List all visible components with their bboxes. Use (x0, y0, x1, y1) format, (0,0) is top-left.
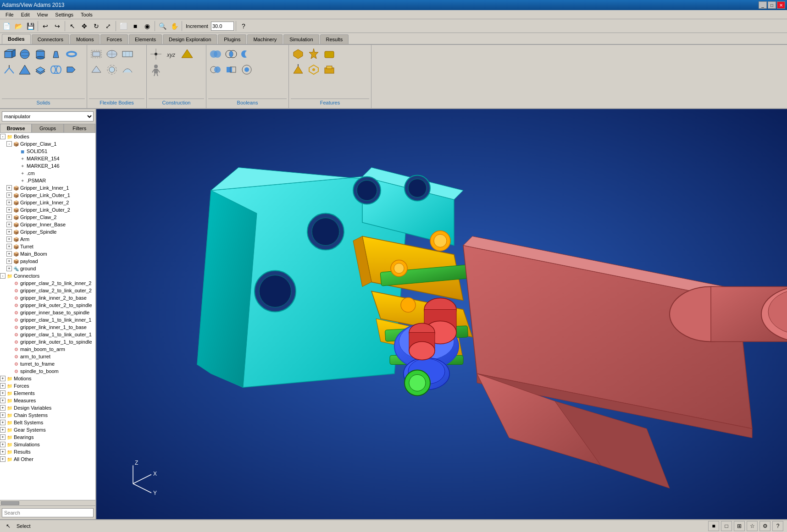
expander-cs[interactable]: + (0, 412, 6, 418)
flex-body-3-icon[interactable] (120, 47, 135, 61)
expander-gripper-claw-1[interactable]: - (6, 141, 12, 147)
tab-results[interactable]: Results (320, 34, 349, 44)
construction-shape-icon[interactable] (180, 47, 194, 61)
shaded-button[interactable]: ■ (130, 21, 141, 32)
expander-measures[interactable]: + (0, 398, 6, 403)
expander-results[interactable]: + (0, 449, 6, 455)
tree-node-conn-13[interactable]: + ⚙ spindle_to_boom (0, 367, 95, 375)
panel-tab-groups[interactable]: Groups (32, 124, 63, 132)
feature-4-icon[interactable] (291, 62, 305, 77)
tree-node-conn-9[interactable]: + ⚙ gripper_link_outer_1_to_spindle (0, 338, 95, 346)
close-button[interactable]: ✕ (777, 1, 785, 9)
tree-node-turret[interactable]: + 📦 Turret (0, 243, 95, 250)
solid-link-icon[interactable] (49, 62, 63, 77)
expander-gli2[interactable]: + (6, 200, 12, 205)
expander-connectors[interactable]: - (0, 273, 6, 279)
undo-button[interactable]: ↩ (40, 21, 51, 32)
tree-node-cm[interactable]: + ✦ .cm (0, 170, 95, 177)
hscroll-bar[interactable] (0, 500, 95, 505)
construction-point-icon[interactable] (149, 47, 163, 61)
save-button[interactable]: 💾 (25, 21, 36, 32)
tree-node-gripper-inner-base[interactable]: + 📦 Gripper_Inner_Base (0, 221, 95, 228)
tree-node-conn-6[interactable]: + ⚙ gripper_claw_1_to_link_inner_1 (0, 316, 95, 324)
tree-node-measures[interactable]: + 📁 Measures (0, 397, 95, 404)
tree-node-conn-2[interactable]: + ⚙ gripper_claw_2_to_link_outer_2 (0, 287, 95, 294)
menu-edit[interactable]: Edit (17, 11, 33, 18)
menu-view[interactable]: View (33, 11, 52, 18)
help-button[interactable]: ? (238, 21, 249, 32)
tree-node-connectors[interactable]: - 📁 Connectors (0, 272, 95, 280)
solid-torus-icon[interactable] (64, 47, 79, 61)
expander-all-other[interactable]: + (0, 456, 6, 462)
expander-arm[interactable]: + (6, 236, 12, 242)
scale-button[interactable]: ⤢ (103, 21, 114, 32)
wireframe-button[interactable]: ⬜ (118, 21, 129, 32)
tree-node-gripper-claw-1[interactable]: - 📦 Gripper_Claw_1 (0, 140, 95, 148)
tab-motions[interactable]: Motions (70, 34, 100, 44)
solid-triangle-icon[interactable] (17, 62, 32, 77)
expander-sims[interactable]: + (0, 442, 6, 447)
tree-node-solid51[interactable]: + ◼ SOLID51 (0, 148, 95, 155)
panel-tab-filters[interactable]: Filters (64, 124, 95, 132)
expander-dv[interactable]: + (0, 405, 6, 411)
tree-node-conn-10[interactable]: + ⚙ main_boom_to_arm (0, 346, 95, 353)
tree-node-gripper-link-inner-2[interactable]: + 📦 Gripper_Link_Inner_2 (0, 199, 95, 206)
tree-node-conn-8[interactable]: + ⚙ gripper_claw_1_to_link_outer_1 (0, 331, 95, 338)
construction-person-icon[interactable] (149, 62, 163, 77)
zoom-in-button[interactable]: 🔍 (157, 21, 168, 32)
expander-payload[interactable]: + (6, 258, 12, 264)
expander-gears[interactable]: + (0, 427, 6, 433)
expander-turret[interactable]: + (6, 244, 12, 249)
rotate-button[interactable]: ↻ (91, 21, 102, 32)
render-button[interactable]: ◉ (142, 21, 153, 32)
expander-glo2[interactable]: + (6, 207, 12, 213)
feature-2-icon[interactable] (306, 47, 321, 61)
tree-node-gear-systems[interactable]: + 📁 Gear Systems (0, 426, 95, 433)
select-button[interactable]: ↖ (67, 21, 78, 32)
expander-gli1[interactable]: + (6, 185, 12, 191)
expander-gs[interactable]: + (6, 229, 12, 235)
status-btn-5[interactable]: ⚙ (759, 521, 770, 531)
maximize-button[interactable]: □ (768, 1, 776, 9)
solid-plate-icon[interactable] (33, 62, 48, 77)
tree-node-marker-146[interactable]: + ✦ MARKER_146 (0, 162, 95, 170)
tab-forces[interactable]: Forces (100, 34, 128, 44)
tree-node-conn-11[interactable]: + ⚙ arm_to_turret (0, 353, 95, 360)
tab-elements[interactable]: Elements (129, 34, 162, 44)
tab-machinery[interactable]: Machinery (247, 34, 283, 44)
flex-body-5-icon[interactable] (105, 62, 119, 77)
new-button[interactable]: 📄 (1, 21, 12, 32)
status-btn-6[interactable]: ? (772, 521, 783, 531)
tree-node-conn-5[interactable]: + ⚙ gripper_inner_base_to_spindle (0, 309, 95, 316)
tree-node-results[interactable]: + 📁 Results (0, 448, 95, 455)
tree-node-conn-12[interactable]: + ⚙ turret_to_frame (0, 360, 95, 367)
hscroll-thumb[interactable] (1, 501, 19, 505)
redo-button[interactable]: ↪ (52, 21, 63, 32)
tab-plugins[interactable]: Plugins (218, 34, 246, 44)
tab-simulation[interactable]: Simulation (283, 34, 319, 44)
feature-1-icon[interactable] (291, 47, 305, 61)
boolean-union-icon[interactable] (208, 47, 223, 61)
tab-bodies[interactable]: Bodies (2, 34, 31, 44)
move-button[interactable]: ✥ (79, 21, 90, 32)
solid-frustum-icon[interactable] (49, 47, 63, 61)
solid-import-icon[interactable] (64, 62, 79, 77)
tree-node-forces[interactable]: + 📁 Forces (0, 382, 95, 389)
flex-body-6-icon[interactable] (120, 62, 135, 77)
tree-node-belt-systems[interactable]: + 📁 Belt Systems (0, 419, 95, 426)
tree-node-motions[interactable]: + 📁 Motions (0, 375, 95, 382)
boolean-2-3-icon[interactable] (239, 62, 254, 77)
tree-node-payload[interactable]: + 📦 payload (0, 258, 95, 265)
solid-extrude-icon[interactable] (2, 62, 17, 77)
expander-bs[interactable]: + (0, 420, 6, 425)
open-button[interactable]: 📂 (13, 21, 24, 32)
tree-node-simulations[interactable]: + 📁 Simulations (0, 441, 95, 448)
search-input[interactable] (2, 508, 94, 517)
tab-connectors[interactable]: Connectors (32, 34, 69, 44)
tree-node-main-boom[interactable]: + 📦 Main_Boom (0, 250, 95, 258)
expander-gc2[interactable]: + (6, 214, 12, 220)
solid-sphere-icon[interactable] (17, 47, 32, 61)
expander-gib[interactable]: + (6, 222, 12, 227)
expander-glo1[interactable]: + (6, 192, 12, 198)
tree-node-chain-systems[interactable]: + 📁 Chain Systems (0, 411, 95, 419)
